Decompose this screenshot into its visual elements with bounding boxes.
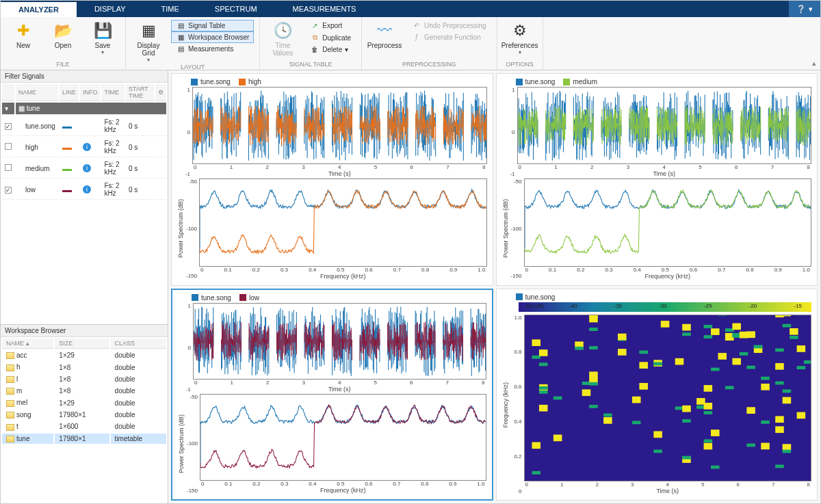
workspace-browser-panel: Workspace Browser NAME ▴SIZECLASS acc1×2… bbox=[1, 325, 168, 503]
svg-rect-1859 bbox=[553, 434, 562, 441]
signal-group-row[interactable]: ▾▦ tune bbox=[2, 103, 166, 115]
time-values-button: 🕓Time Values bbox=[265, 20, 300, 57]
signal-checkbox[interactable] bbox=[5, 164, 12, 171]
new-button[interactable]: ✚New bbox=[6, 20, 40, 49]
tab-time[interactable]: TIME bbox=[144, 1, 197, 17]
svg-rect-1954 bbox=[796, 366, 805, 369]
tab-analyzer[interactable]: ANALYZER bbox=[1, 1, 77, 17]
svg-rect-1868 bbox=[589, 382, 598, 385]
svg-rect-1891 bbox=[675, 358, 683, 364]
workspace-table[interactable]: NAME ▴SIZECLASS acc1×29double h1×8double… bbox=[1, 337, 168, 445]
spectrum-plot[interactable] bbox=[524, 178, 812, 266]
delete-button[interactable]: 🗑Delete ▾ bbox=[305, 44, 356, 55]
svg-rect-1938 bbox=[775, 464, 784, 468]
signal-table[interactable]: NAMELINEINFOTIMESTART TIME⚙ ▾▦ tune ✓ tu… bbox=[1, 83, 168, 201]
signal-table-toggle[interactable]: ▤Signal Table bbox=[171, 20, 254, 31]
svg-rect-1883 bbox=[639, 362, 648, 369]
display-grid-button[interactable]: ▦Display Grid▾ bbox=[131, 20, 166, 63]
svg-rect-1872 bbox=[589, 328, 598, 331]
svg-rect-1902 bbox=[703, 411, 712, 414]
svg-rect-1894 bbox=[682, 455, 691, 459]
workspace-var-row[interactable]: t1×600double bbox=[2, 421, 166, 432]
preferences-button[interactable]: ⚙Preferences▾ bbox=[503, 20, 537, 55]
chart-panel-0[interactable]: tune.songhigh 10-1 012345678 Time (s) Po… bbox=[171, 73, 493, 286]
svg-rect-1910 bbox=[711, 465, 720, 468]
svg-rect-1952 bbox=[790, 336, 798, 339]
chart-panel-1[interactable]: tune.songmedium 10-1 012345678 Time (s) … bbox=[496, 73, 818, 286]
time-plot[interactable] bbox=[192, 87, 487, 164]
info-icon[interactable]: i bbox=[83, 164, 91, 172]
workspace-var-row[interactable]: h1×8double bbox=[2, 362, 166, 372]
svg-rect-1930 bbox=[746, 365, 755, 369]
svg-rect-1880 bbox=[631, 421, 640, 424]
chart-legend: tune.song bbox=[502, 293, 812, 302]
svg-rect-1889 bbox=[660, 321, 669, 328]
svg-rect-1867 bbox=[589, 371, 598, 378]
signal-row[interactable]: high i Fs: 2 kHz0 s bbox=[2, 137, 166, 157]
svg-rect-1870 bbox=[589, 346, 598, 349]
export-button[interactable]: ↗Export bbox=[305, 20, 356, 31]
svg-rect-1903 bbox=[703, 402, 712, 409]
svg-rect-1949 bbox=[782, 315, 791, 316]
svg-rect-1877 bbox=[618, 333, 627, 340]
workspace-var-row[interactable]: mel1×29double bbox=[2, 397, 166, 408]
svg-rect-1904 bbox=[703, 439, 712, 442]
workspace-browser-toggle[interactable]: ▦Workspace Browser bbox=[171, 31, 254, 43]
svg-rect-1953 bbox=[796, 412, 805, 419]
svg-rect-1906 bbox=[703, 335, 712, 339]
workspace-var-row[interactable]: song17980×1double bbox=[2, 410, 166, 420]
svg-rect-1862 bbox=[575, 346, 584, 349]
y-axis-label: Frequency (kHz) bbox=[502, 315, 509, 495]
svg-rect-1858 bbox=[538, 390, 547, 393]
svg-rect-1946 bbox=[782, 449, 791, 453]
svg-rect-1885 bbox=[653, 431, 662, 438]
signal-row[interactable]: ✓ low i Fs: 2 kHz0 s bbox=[2, 180, 166, 200]
spectrogram-plot[interactable] bbox=[524, 315, 812, 482]
svg-rect-1942 bbox=[775, 348, 784, 352]
chart-panel-2[interactable]: tune.songlow 10-1 012345678 Time (s) Pow… bbox=[171, 289, 493, 501]
tab-display[interactable]: DISPLAY bbox=[77, 1, 144, 17]
signal-row[interactable]: ✓ tune.song Fs: 2 kHz0 s bbox=[2, 116, 166, 136]
svg-rect-1851 bbox=[532, 339, 540, 346]
svg-rect-1866 bbox=[589, 404, 598, 408]
svg-rect-1850 bbox=[532, 470, 540, 474]
workspace-var-row[interactable]: acc1×29double bbox=[2, 350, 166, 360]
svg-rect-1921 bbox=[732, 323, 741, 330]
open-button[interactable]: 📂Open bbox=[46, 20, 80, 49]
variable-icon bbox=[6, 376, 14, 383]
tab-spectrum[interactable]: SPECTRUM bbox=[197, 1, 275, 17]
svg-rect-1909 bbox=[711, 429, 720, 436]
svg-rect-1913 bbox=[718, 353, 727, 360]
spectrum-plot[interactable] bbox=[199, 178, 487, 266]
info-icon[interactable]: i bbox=[83, 185, 91, 194]
tab-measurements[interactable]: MEASUREMENTS bbox=[275, 1, 374, 17]
variable-icon bbox=[6, 364, 14, 371]
workspace-var-row[interactable]: l1×8double bbox=[2, 374, 166, 384]
save-button[interactable]: 💾Save▾ bbox=[86, 20, 120, 55]
workspace-var-row[interactable]: tune17980×1timetable bbox=[2, 434, 166, 444]
collapse-ribbon-button[interactable]: ▴ bbox=[808, 17, 820, 70]
chart-legend: tune.songmedium bbox=[502, 78, 812, 87]
svg-rect-1911 bbox=[711, 328, 720, 335]
time-plot[interactable] bbox=[517, 87, 812, 164]
signal-row[interactable]: medium i Fs: 2 kHz0 s bbox=[2, 159, 166, 178]
time-plot[interactable] bbox=[193, 303, 486, 380]
variable-icon bbox=[6, 352, 14, 359]
chart-panel-3[interactable]: tune.song-45 (dB)-40-35-30-25-20-15 Freq… bbox=[496, 289, 818, 501]
measurements-toggle[interactable]: ▤Measurements bbox=[171, 43, 254, 55]
duplicate-button[interactable]: ⧉Duplicate bbox=[305, 31, 356, 44]
svg-rect-1905 bbox=[703, 385, 712, 392]
signal-checkbox[interactable]: ✓ bbox=[5, 123, 12, 130]
svg-rect-1863 bbox=[582, 389, 590, 396]
signal-checkbox[interactable]: ✓ bbox=[5, 187, 12, 194]
svg-rect-1856 bbox=[538, 362, 547, 366]
spectrum-plot[interactable] bbox=[200, 394, 486, 481]
svg-rect-1854 bbox=[538, 386, 547, 389]
svg-rect-1941 bbox=[775, 362, 784, 369]
y-axis-label: Power Spectrum (dB) bbox=[177, 178, 184, 279]
signal-checkbox[interactable] bbox=[5, 143, 12, 150]
info-icon[interactable]: i bbox=[83, 143, 91, 151]
preprocess-button[interactable]: 〰Preprocess bbox=[367, 20, 402, 49]
workspace-var-row[interactable]: m1×8double bbox=[2, 386, 166, 396]
help-button[interactable]: ❔ ▾ bbox=[789, 1, 820, 17]
